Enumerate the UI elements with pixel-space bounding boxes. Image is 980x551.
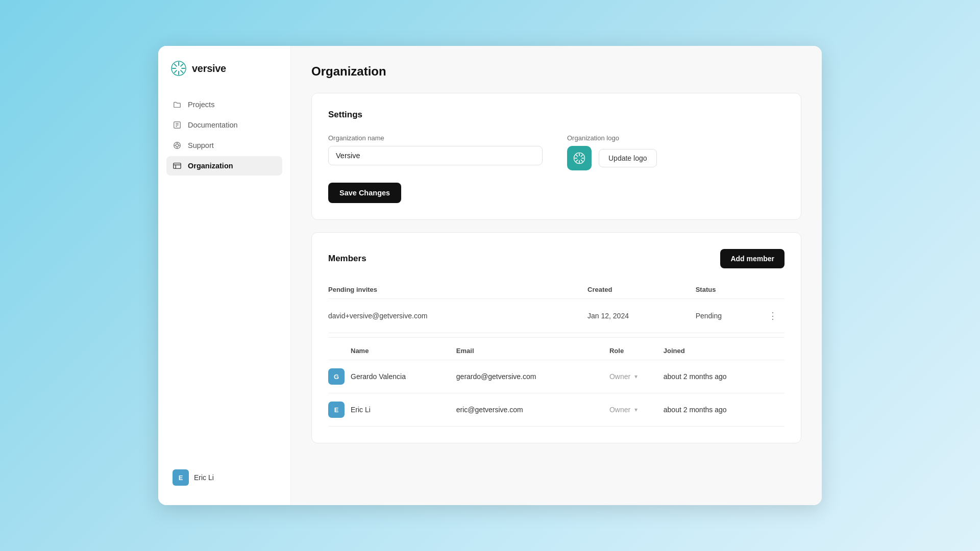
org-icon	[173, 161, 182, 170]
org-name-label: Organization name	[328, 134, 543, 142]
add-member-button[interactable]: Add member	[720, 249, 785, 268]
table-divider	[328, 337, 785, 338]
save-changes-button[interactable]: Save Changes	[328, 183, 401, 203]
status-col-header: Status	[696, 281, 764, 299]
chevron-down-icon: ▾	[634, 373, 638, 380]
pending-invite-row: david+versive@getversive.com Jan 12, 202…	[328, 299, 785, 333]
sidebar-item-documentation[interactable]: Documentation	[166, 115, 282, 135]
logo: versive	[166, 60, 282, 77]
created-col-header: Created	[587, 281, 696, 299]
org-logo-icon	[573, 152, 586, 165]
versive-logo-icon	[170, 60, 187, 77]
svg-rect-19	[174, 163, 181, 169]
member-name-gerardo: Gerardo Valencia	[351, 360, 456, 393]
sidebar-footer[interactable]: E Eric Li	[166, 464, 282, 491]
chevron-down-icon-2: ▾	[634, 406, 638, 413]
settings-title: Settings	[328, 110, 785, 120]
member-avatar-eric: E	[328, 402, 345, 418]
settings-form: Organization name Organization logo	[328, 134, 785, 203]
member-joined-gerardo: about 2 months ago	[664, 360, 785, 393]
member-name-eric: Eric Li	[351, 393, 456, 427]
svg-point-14	[176, 144, 178, 146]
member-email-eric: eric@getversive.com	[456, 393, 609, 427]
svg-line-6	[181, 70, 183, 72]
members-title: Members	[328, 254, 366, 264]
sidebar-item-support-label: Support	[188, 141, 214, 149]
sidebar-item-organization-label: Organization	[188, 162, 233, 170]
pending-more-button[interactable]: ⋮	[764, 308, 781, 323]
role-select-gerardo[interactable]: Owner ▾	[609, 372, 664, 381]
pending-status: Pending	[696, 299, 764, 333]
sidebar: versive Projects Documentation	[158, 46, 291, 505]
role-text-eric: Owner	[609, 406, 630, 414]
joined-col-header: Joined	[664, 342, 785, 360]
user-name: Eric Li	[194, 473, 214, 482]
support-icon	[173, 141, 182, 150]
svg-line-5	[175, 64, 177, 66]
pending-invites-section: Pending invites Created Status david+ver…	[328, 281, 785, 333]
member-joined-eric: about 2 months ago	[664, 393, 785, 427]
members-card: Members Add member Pending invites Creat…	[311, 232, 801, 443]
member-row-gerardo: G Gerardo Valencia gerardo@getversive.co…	[328, 360, 785, 393]
svg-line-29	[581, 155, 582, 157]
role-select-eric[interactable]: Owner ▾	[609, 406, 664, 414]
sidebar-item-support[interactable]: Support	[166, 136, 282, 155]
org-logo-label: Organization logo	[567, 134, 657, 142]
member-email-gerardo: gerardo@getversive.com	[456, 360, 609, 393]
org-logo-group: Organization logo	[567, 134, 657, 170]
logo-text: versive	[192, 63, 226, 74]
role-col-header: Role	[609, 342, 664, 360]
book-icon	[173, 120, 182, 130]
sidebar-item-organization[interactable]: Organization	[166, 156, 282, 176]
svg-line-7	[181, 64, 183, 66]
folder-icon	[173, 100, 182, 109]
role-text-gerardo: Owner	[609, 372, 630, 381]
settings-card: Settings Organization name Organization …	[311, 93, 801, 220]
sidebar-item-projects-label: Projects	[188, 101, 214, 109]
org-logo-box	[567, 146, 592, 170]
settings-form-row: Organization name Organization logo	[328, 134, 785, 170]
logo-display: Update logo	[567, 146, 657, 170]
main-content: Organization Settings Organization name …	[291, 46, 822, 505]
pending-invites-table: Pending invites Created Status david+ver…	[328, 281, 785, 333]
sidebar-item-projects[interactable]: Projects	[166, 95, 282, 114]
pending-col-header: Pending invites	[328, 281, 587, 299]
member-avatar-gerardo: G	[328, 368, 345, 385]
pending-email: david+versive@getversive.com	[328, 299, 587, 333]
svg-line-28	[581, 160, 582, 161]
app-window: versive Projects Documentation	[158, 46, 822, 505]
user-avatar: E	[173, 469, 189, 486]
update-logo-button[interactable]: Update logo	[599, 149, 657, 167]
email-col-header: Email	[456, 342, 609, 360]
sidebar-item-documentation-label: Documentation	[188, 121, 238, 129]
sidebar-nav: Projects Documentation	[166, 95, 282, 464]
org-name-input[interactable]	[328, 146, 543, 165]
name-col-header: Name	[351, 342, 456, 360]
members-table: Name Email Role Joined G Gerardo Valenci…	[328, 342, 785, 427]
svg-line-30	[576, 160, 578, 161]
svg-line-8	[175, 70, 177, 72]
svg-line-27	[576, 155, 578, 157]
member-row-eric: E Eric Li eric@getversive.com Owner ▾ ab…	[328, 393, 785, 427]
pending-created: Jan 12, 2024	[587, 299, 696, 333]
org-name-group: Organization name	[328, 134, 543, 165]
members-header: Members Add member	[328, 249, 785, 268]
page-title: Organization	[311, 64, 801, 79]
